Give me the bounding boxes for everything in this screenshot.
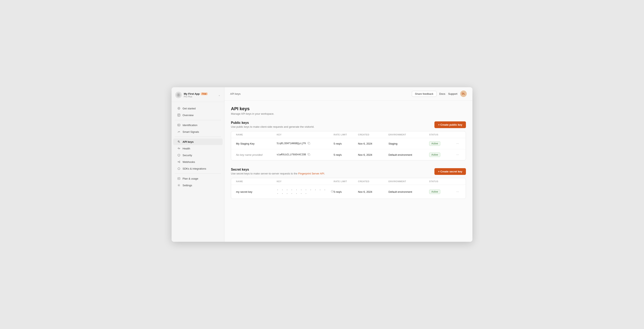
page-header: API keys Manage API keys in your workspa… — [231, 106, 466, 115]
public-keys-header: Public keys Use public keys to make clie… — [231, 121, 466, 128]
nav-divider-1 — [175, 120, 221, 120]
topbar: API keys Share feedback Docs Support DL — [224, 87, 472, 100]
row1-more-button[interactable]: ··· — [454, 142, 462, 146]
svg-point-3 — [178, 108, 179, 109]
sidebar-label-webhooks: Webhooks — [182, 160, 195, 164]
page-content: API keys Manage API keys in your workspa… — [224, 100, 472, 212]
public-keys-subtitle: Use public keys to make client-side requ… — [231, 125, 314, 128]
smart-signals-icon — [177, 130, 180, 134]
th-env-pub: ENVIRONMENT — [388, 134, 429, 136]
th-key-pub: KEY — [277, 134, 334, 136]
svg-rect-5 — [178, 124, 180, 126]
public-keys-title: Public keys — [231, 121, 314, 125]
row1-status: Active — [429, 141, 454, 146]
sidebar-item-identification[interactable]: Identification — [173, 122, 222, 128]
secret-subtitle-pre: Use secret keys to make server-to-server… — [231, 172, 298, 175]
public-keys-title-block: Public keys Use public keys to make clie… — [231, 121, 314, 128]
sidebar-label-settings: Settings — [182, 184, 192, 187]
row2-more-button[interactable]: ··· — [454, 153, 462, 156]
table-row: No key name provided viwR9ibILif9UO44CIO… — [231, 149, 466, 160]
topbar-breadcrumb: API keys — [230, 92, 240, 95]
public-keys-table: NAME KEY RATE LIMIT CREATED ENVIRONMENT … — [231, 131, 466, 160]
secret-subtitle-post: . — [324, 172, 325, 175]
app-name: My First App — [184, 92, 200, 95]
nav-divider-3 — [175, 174, 221, 174]
row2-copy-icon[interactable] — [308, 153, 310, 156]
sidebar-label-health: Health — [182, 147, 190, 150]
th-created-pub: CREATED — [358, 134, 388, 136]
status-badge: Active — [429, 152, 440, 157]
app-title-block: My First App Trial Pro Plus — [184, 92, 208, 98]
create-secret-key-button[interactable]: + Create secret key — [434, 168, 466, 175]
sidebar-label-api-keys: API keys — [182, 140, 194, 143]
sidebar-label-smart-signals: Smart Signals — [182, 130, 199, 134]
sidebar-item-security[interactable]: Security — [173, 152, 222, 158]
secret-keys-title: Secret keys — [231, 168, 325, 172]
secret-keys-table-head: NAME KEY RATE LIMIT CREATED ENVIRONMENT … — [231, 178, 466, 185]
svg-rect-14 — [308, 154, 310, 156]
sidebar-label-get-started: Get started — [182, 107, 196, 110]
row2-key: viwR9ibILif9UO44CIOB — [277, 153, 334, 156]
page-subtitle: Manage API keys in your workspace. — [231, 112, 466, 115]
sidebar-label-overview: Overview — [182, 114, 194, 117]
docs-link[interactable]: Docs — [439, 92, 446, 95]
th-created-sec: CREATED — [358, 180, 388, 182]
health-icon — [177, 147, 180, 150]
sidebar-item-api-keys[interactable]: API keys — [173, 138, 222, 145]
sidebar-item-health[interactable]: Health — [173, 145, 222, 152]
sidebar-label-security: Security — [182, 154, 192, 157]
sidebar-item-settings[interactable]: Settings — [173, 182, 222, 188]
row1-copy-icon[interactable] — [308, 142, 310, 146]
page-title: API keys — [231, 106, 466, 112]
main-window: My First App Trial Pro Plus ⌄ Get starte… — [172, 87, 472, 242]
sidebar-item-overview[interactable]: Overview — [173, 112, 222, 118]
row1-key: 5iqRL3DHf1ANGBQysjfK — [277, 142, 334, 146]
sidebar-item-smart-signals[interactable]: Smart Signals — [173, 128, 222, 135]
sec-row1-more-button[interactable]: ··· — [454, 190, 462, 194]
create-public-key-button[interactable]: + Create public key — [434, 122, 466, 128]
secret-keys-subtitle: Use secret keys to make server-to-server… — [231, 172, 325, 175]
sec-row1-environment: Default environment — [388, 190, 429, 193]
row1-rate: 5 req/s — [334, 142, 358, 145]
sidebar-item-plan-usage[interactable]: Plan & usage — [173, 175, 222, 182]
sidebar-label-plan-usage: Plan & usage — [182, 177, 198, 180]
th-actions-pub — [454, 134, 462, 136]
support-link[interactable]: Support — [448, 92, 458, 95]
sidebar-item-get-started[interactable]: Get started — [173, 105, 222, 112]
sec-row1-key: · · · · · · · · · · · · · · · · · · — [277, 188, 334, 196]
sec-row1-rate: 5 req/s — [334, 190, 358, 193]
sec-row1-created: Nov 6, 2024 — [358, 190, 388, 193]
share-feedback-button[interactable]: Share feedback — [412, 91, 436, 97]
svg-rect-13 — [308, 143, 310, 144]
public-keys-table-head: NAME KEY RATE LIMIT CREATED ENVIRONMENT … — [231, 131, 466, 138]
avatar[interactable]: DL — [460, 90, 467, 97]
row2-status: Active — [429, 152, 454, 157]
chevron-icon[interactable]: ⌄ — [218, 93, 220, 96]
row1-environment: Staging — [388, 142, 429, 145]
public-keys-section: Public keys Use public keys to make clie… — [231, 121, 466, 160]
main-content: API keys Share feedback Docs Support DL … — [224, 87, 472, 242]
sec-row1-name: my secret key — [236, 190, 277, 193]
status-badge: Active — [429, 190, 440, 194]
th-env-sec: ENVIRONMENT — [388, 180, 429, 182]
th-name-sec: NAME — [236, 180, 277, 182]
secret-keys-title-block: Secret keys Use secret keys to make serv… — [231, 168, 325, 175]
app-name-row: My First App Trial — [184, 92, 208, 95]
settings-icon — [177, 184, 180, 187]
table-row: my secret key · · · · · · · · · · · · · … — [231, 185, 466, 199]
sidebar-item-sdks[interactable]: SDKs & integrations — [173, 165, 222, 172]
svg-marker-10 — [178, 168, 180, 170]
th-status-sec: STATUS — [429, 180, 454, 182]
sec-row1-info-icon[interactable] — [331, 190, 334, 194]
app-info: My First App Trial Pro Plus — [175, 92, 208, 98]
sidebar-header: My First App Trial Pro Plus ⌄ — [172, 87, 224, 102]
row2-key-value: viwR9ibILif9UO44CIOB — [277, 153, 306, 156]
secret-keys-section: Secret keys Use secret keys to make serv… — [231, 168, 466, 199]
topbar-actions: Share feedback Docs Support DL — [412, 90, 467, 97]
sec-row1-status: Active — [429, 190, 454, 194]
webhooks-icon — [177, 160, 180, 164]
sdks-icon — [177, 167, 180, 170]
row2-created: Nov 6, 2024 — [358, 153, 388, 156]
fingerprint-api-link[interactable]: Fingerprint Server API — [298, 172, 324, 175]
sidebar-item-webhooks[interactable]: Webhooks — [173, 158, 222, 165]
